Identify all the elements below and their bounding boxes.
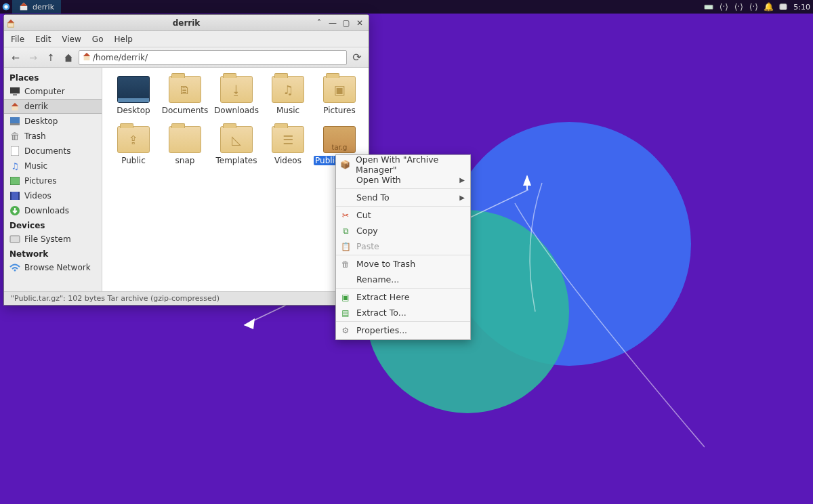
notifications-icon[interactable]: 🔔 <box>762 1 774 13</box>
svg-rect-5 <box>780 4 787 10</box>
folder-icon: ⭳ <box>220 76 253 103</box>
svg-rect-17 <box>10 192 12 200</box>
svg-rect-4 <box>705 5 713 9</box>
folder-icon: 🗎 <box>169 76 201 103</box>
up-button[interactable]: ↑ <box>43 50 58 65</box>
svg-rect-16 <box>10 192 20 200</box>
status-text: "Public.tar.gz": 102 bytes Tar archive (… <box>11 294 220 303</box>
ctx-rename[interactable]: Rename... <box>336 272 470 287</box>
ctx-extract-to[interactable]: ▤ Extract To... <box>336 305 470 320</box>
file-snap[interactable]: snap <box>159 126 211 165</box>
folder-icon: ♫ <box>272 76 304 103</box>
ctx-copy[interactable]: ⧉ Copy <box>336 223 470 238</box>
menu-help[interactable]: Help <box>114 35 132 44</box>
sidebar-item-documents[interactable]: Documents <box>4 144 102 159</box>
clock[interactable]: 5:10 <box>792 3 812 12</box>
sidebar-item-desktop[interactable]: Desktop <box>4 114 102 129</box>
sidebar-item-pictures[interactable]: Pictures <box>4 173 102 188</box>
file-public[interactable]: ⇪Public <box>108 126 159 165</box>
scissors-icon: ✂ <box>340 210 351 221</box>
sidebar-item-trash[interactable]: 🗑Trash <box>4 129 102 144</box>
ctx-properties[interactable]: ⚙ Properties... <box>336 322 470 338</box>
folder-icon: ▣ <box>323 76 356 103</box>
power-icon[interactable] <box>777 1 789 13</box>
svg-rect-8 <box>84 56 90 60</box>
window-maximize-button[interactable]: ▢ <box>341 18 351 28</box>
desktop-icon <box>9 116 20 127</box>
file-view[interactable]: Desktop🗎Documents⭳Downloads♫Music▣Pictur… <box>102 68 369 291</box>
taskbar-window-label: derrik <box>33 3 54 12</box>
sidebar-item-videos[interactable]: Videos <box>4 188 102 203</box>
menu-edit[interactable]: Edit <box>35 35 51 44</box>
file-documents[interactable]: 🗎Documents <box>159 76 211 115</box>
disk-icon <box>9 234 20 245</box>
folder-icon: tar.g <box>323 126 356 153</box>
file-music[interactable]: ♫Music <box>262 76 314 115</box>
folder-icon: ◺ <box>220 126 253 153</box>
menu-view[interactable]: View <box>62 35 81 44</box>
sidebar-heading-places: Places <box>4 70 102 84</box>
network-icon-2[interactable]: ⟨·⟩ <box>732 1 745 13</box>
svg-point-21 <box>14 270 16 272</box>
trash-icon: 🗑 <box>9 131 20 142</box>
svg-rect-18 <box>18 192 20 200</box>
drive-icon[interactable] <box>703 1 715 13</box>
svg-marker-1 <box>523 175 531 186</box>
network-icon-3[interactable]: ⟨·⟩ <box>747 1 759 13</box>
sidebar-item-browse-network[interactable]: Browse Network <box>4 260 102 275</box>
ctx-extract-here[interactable]: ▣ Extract Here <box>336 289 470 305</box>
pictures-icon <box>9 175 20 186</box>
svg-rect-20 <box>10 236 20 243</box>
ctx-send-to[interactable]: Send To ▶ <box>336 190 470 205</box>
file-manager-window: derrik ˄ — ▢ ✕ File Edit View Go Help ← … <box>3 14 369 306</box>
home-button[interactable] <box>61 50 76 65</box>
ctx-open-with-app[interactable]: 📦 Open With "Archive Manager" <box>336 156 470 172</box>
window-roll-button[interactable]: ˄ <box>314 18 324 28</box>
sidebar-heading-devices: Devices <box>4 218 102 232</box>
svg-point-3 <box>4 5 7 8</box>
sidebar-item-derrik[interactable]: derrik <box>4 99 102 114</box>
folder-icon <box>117 76 150 103</box>
svg-marker-0 <box>244 318 255 329</box>
menu-go[interactable]: Go <box>92 35 104 44</box>
taskbar-window-button[interactable]: derrik <box>12 0 61 14</box>
file-desktop[interactable]: Desktop <box>108 76 159 115</box>
sidebar-item-downloads[interactable]: Downloads <box>4 203 102 218</box>
statusbar: "Public.tar.gz": 102 bytes Tar archive (… <box>4 291 369 305</box>
sidebar-item-computer[interactable]: Computer <box>4 84 102 99</box>
ctx-cut[interactable]: ✂ Cut <box>336 207 470 223</box>
sidebar-item-music[interactable]: ♫Music <box>4 159 102 173</box>
sidebar-item-file-system[interactable]: File System <box>4 232 102 247</box>
taskbar: derrik ⟨·⟩ ⟨·⟩ ⟨·⟩ 🔔 5:10 <box>0 0 813 14</box>
file-videos[interactable]: ☰Videos <box>262 126 314 165</box>
network-icon[interactable]: ⟨·⟩ <box>717 1 730 13</box>
app-menu-icon[interactable] <box>0 1 12 13</box>
copy-icon: ⧉ <box>340 226 351 236</box>
menu-file[interactable]: File <box>11 35 24 44</box>
window-titlebar[interactable]: derrik ˄ — ▢ ✕ <box>4 15 369 31</box>
window-minimize-button[interactable]: — <box>328 18 337 28</box>
svg-rect-9 <box>10 87 20 93</box>
trash-icon: 🗑 <box>340 259 351 270</box>
back-button[interactable]: ← <box>8 50 23 65</box>
home-icon <box>19 1 28 13</box>
chevron-right-icon: ▶ <box>459 194 465 201</box>
window-close-button[interactable]: ✕ <box>355 18 364 28</box>
forward-button[interactable]: → <box>26 50 41 65</box>
wifi-icon <box>9 262 20 273</box>
ctx-paste: 📋 Paste <box>336 238 470 254</box>
menubar: File Edit View Go Help <box>4 31 369 47</box>
file-pictures[interactable]: ▣Pictures <box>314 76 365 115</box>
svg-rect-12 <box>10 117 20 123</box>
paste-icon: 📋 <box>340 241 351 252</box>
file-templates[interactable]: ◺Templates <box>211 126 262 165</box>
refresh-button[interactable]: ⟳ <box>350 50 364 65</box>
path-text: /home/derrik/ <box>93 53 148 62</box>
svg-rect-13 <box>10 123 20 125</box>
file-downloads[interactable]: ⭳Downloads <box>211 76 262 115</box>
home-icon <box>9 101 20 112</box>
path-input[interactable]: /home/derrik/ <box>79 50 347 65</box>
extract-icon: ▣ <box>340 292 351 303</box>
download-icon <box>9 205 20 216</box>
ctx-move-to-trash[interactable]: 🗑 Move to Trash <box>336 256 470 272</box>
